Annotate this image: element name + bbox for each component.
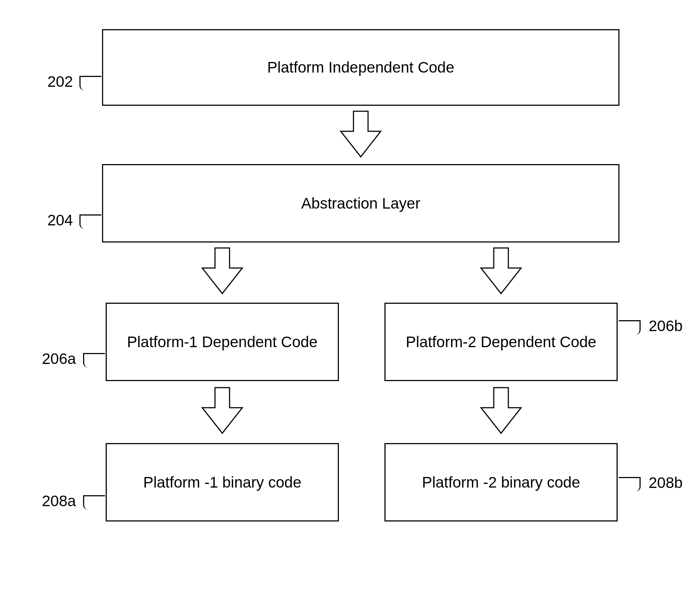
ref-label-204: 204 bbox=[47, 212, 73, 229]
box-label: Platform -1 binary code bbox=[143, 474, 301, 491]
connector-206a bbox=[83, 353, 105, 368]
box-platform-independent-code: Platform Independent Code bbox=[102, 29, 619, 106]
arrow-down-icon bbox=[339, 109, 383, 160]
ref-label-206a: 206a bbox=[42, 350, 76, 368]
arrow-down-icon bbox=[200, 386, 244, 437]
ref-label-208b: 208b bbox=[649, 474, 683, 492]
box-label: Platform-2 Dependent Code bbox=[406, 333, 597, 351]
box-label: Platform-1 Dependent Code bbox=[127, 333, 318, 351]
connector-202 bbox=[79, 76, 101, 90]
arrow-down-icon bbox=[479, 386, 523, 437]
connector-208a bbox=[83, 495, 105, 510]
connector-206b bbox=[619, 320, 641, 335]
box-platform2-dependent-code: Platform-2 Dependent Code bbox=[384, 303, 618, 381]
ref-label-202: 202 bbox=[47, 73, 73, 90]
connector-204 bbox=[79, 214, 101, 229]
box-label: Platform Independent Code bbox=[267, 59, 454, 76]
box-platform2-binary-code: Platform -2 binary code bbox=[384, 443, 618, 521]
box-abstraction-layer: Abstraction Layer bbox=[102, 164, 619, 243]
ref-label-206b: 206b bbox=[649, 317, 683, 335]
box-label: Abstraction Layer bbox=[301, 195, 421, 212]
connector-208b bbox=[619, 477, 641, 492]
box-platform1-binary-code: Platform -1 binary code bbox=[106, 443, 339, 521]
arrow-down-icon bbox=[200, 246, 244, 297]
arrow-down-icon bbox=[479, 246, 523, 297]
box-platform1-dependent-code: Platform-1 Dependent Code bbox=[106, 303, 339, 381]
box-label: Platform -2 binary code bbox=[422, 474, 580, 491]
ref-label-208a: 208a bbox=[42, 492, 76, 510]
